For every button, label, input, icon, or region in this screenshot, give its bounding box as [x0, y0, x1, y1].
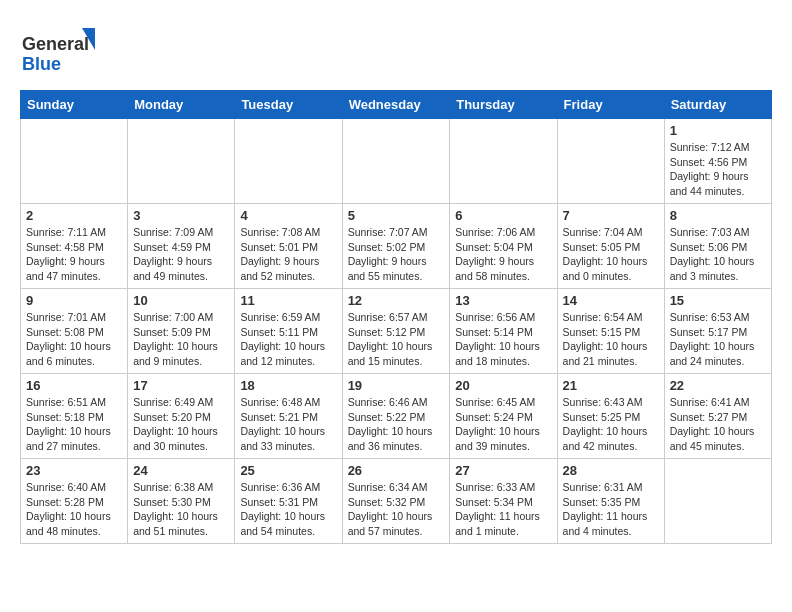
day-info: Sunrise: 6:43 AM Sunset: 5:25 PM Dayligh…: [563, 395, 659, 454]
calendar-table: SundayMondayTuesdayWednesdayThursdayFrid…: [20, 90, 772, 544]
calendar-header-row: SundayMondayTuesdayWednesdayThursdayFrid…: [21, 91, 772, 119]
day-info: Sunrise: 6:34 AM Sunset: 5:32 PM Dayligh…: [348, 480, 445, 539]
day-number: 7: [563, 208, 659, 223]
day-header-monday: Monday: [128, 91, 235, 119]
calendar-week-row: 23Sunrise: 6:40 AM Sunset: 5:28 PM Dayli…: [21, 459, 772, 544]
day-number: 20: [455, 378, 551, 393]
calendar-cell: 14Sunrise: 6:54 AM Sunset: 5:15 PM Dayli…: [557, 289, 664, 374]
day-info: Sunrise: 7:08 AM Sunset: 5:01 PM Dayligh…: [240, 225, 336, 284]
calendar-cell: 10Sunrise: 7:00 AM Sunset: 5:09 PM Dayli…: [128, 289, 235, 374]
day-number: 12: [348, 293, 445, 308]
calendar-cell: [21, 119, 128, 204]
day-number: 8: [670, 208, 766, 223]
day-number: 4: [240, 208, 336, 223]
day-info: Sunrise: 6:38 AM Sunset: 5:30 PM Dayligh…: [133, 480, 229, 539]
day-number: 17: [133, 378, 229, 393]
day-info: Sunrise: 7:09 AM Sunset: 4:59 PM Dayligh…: [133, 225, 229, 284]
day-info: Sunrise: 6:48 AM Sunset: 5:21 PM Dayligh…: [240, 395, 336, 454]
day-header-tuesday: Tuesday: [235, 91, 342, 119]
day-info: Sunrise: 6:31 AM Sunset: 5:35 PM Dayligh…: [563, 480, 659, 539]
day-info: Sunrise: 7:00 AM Sunset: 5:09 PM Dayligh…: [133, 310, 229, 369]
calendar-cell: 5Sunrise: 7:07 AM Sunset: 5:02 PM Daylig…: [342, 204, 450, 289]
logo-icon: General Blue: [20, 20, 100, 80]
day-number: 25: [240, 463, 336, 478]
calendar-cell: [557, 119, 664, 204]
day-info: Sunrise: 6:51 AM Sunset: 5:18 PM Dayligh…: [26, 395, 122, 454]
day-info: Sunrise: 7:06 AM Sunset: 5:04 PM Dayligh…: [455, 225, 551, 284]
day-number: 5: [348, 208, 445, 223]
day-number: 24: [133, 463, 229, 478]
calendar-cell: 17Sunrise: 6:49 AM Sunset: 5:20 PM Dayli…: [128, 374, 235, 459]
header: General Blue: [20, 20, 772, 80]
calendar-week-row: 16Sunrise: 6:51 AM Sunset: 5:18 PM Dayli…: [21, 374, 772, 459]
day-info: Sunrise: 6:36 AM Sunset: 5:31 PM Dayligh…: [240, 480, 336, 539]
day-info: Sunrise: 6:41 AM Sunset: 5:27 PM Dayligh…: [670, 395, 766, 454]
day-number: 3: [133, 208, 229, 223]
day-number: 13: [455, 293, 551, 308]
day-info: Sunrise: 6:56 AM Sunset: 5:14 PM Dayligh…: [455, 310, 551, 369]
day-number: 15: [670, 293, 766, 308]
day-info: Sunrise: 6:33 AM Sunset: 5:34 PM Dayligh…: [455, 480, 551, 539]
day-number: 10: [133, 293, 229, 308]
calendar-cell: 8Sunrise: 7:03 AM Sunset: 5:06 PM Daylig…: [664, 204, 771, 289]
day-number: 11: [240, 293, 336, 308]
day-info: Sunrise: 7:12 AM Sunset: 4:56 PM Dayligh…: [670, 140, 766, 199]
calendar-cell: 20Sunrise: 6:45 AM Sunset: 5:24 PM Dayli…: [450, 374, 557, 459]
day-info: Sunrise: 6:53 AM Sunset: 5:17 PM Dayligh…: [670, 310, 766, 369]
calendar-cell: 19Sunrise: 6:46 AM Sunset: 5:22 PM Dayli…: [342, 374, 450, 459]
day-info: Sunrise: 6:46 AM Sunset: 5:22 PM Dayligh…: [348, 395, 445, 454]
day-number: 18: [240, 378, 336, 393]
calendar-cell: 21Sunrise: 6:43 AM Sunset: 5:25 PM Dayli…: [557, 374, 664, 459]
calendar-cell: 18Sunrise: 6:48 AM Sunset: 5:21 PM Dayli…: [235, 374, 342, 459]
day-number: 2: [26, 208, 122, 223]
calendar-cell: 26Sunrise: 6:34 AM Sunset: 5:32 PM Dayli…: [342, 459, 450, 544]
svg-text:General: General: [22, 34, 89, 54]
calendar-cell: 7Sunrise: 7:04 AM Sunset: 5:05 PM Daylig…: [557, 204, 664, 289]
calendar-cell: 11Sunrise: 6:59 AM Sunset: 5:11 PM Dayli…: [235, 289, 342, 374]
calendar-cell: 22Sunrise: 6:41 AM Sunset: 5:27 PM Dayli…: [664, 374, 771, 459]
day-header-wednesday: Wednesday: [342, 91, 450, 119]
day-header-saturday: Saturday: [664, 91, 771, 119]
calendar-cell: 23Sunrise: 6:40 AM Sunset: 5:28 PM Dayli…: [21, 459, 128, 544]
calendar-cell: 1Sunrise: 7:12 AM Sunset: 4:56 PM Daylig…: [664, 119, 771, 204]
calendar-cell: 3Sunrise: 7:09 AM Sunset: 4:59 PM Daylig…: [128, 204, 235, 289]
day-number: 27: [455, 463, 551, 478]
calendar-week-row: 1Sunrise: 7:12 AM Sunset: 4:56 PM Daylig…: [21, 119, 772, 204]
calendar-cell: 9Sunrise: 7:01 AM Sunset: 5:08 PM Daylig…: [21, 289, 128, 374]
calendar-cell: 12Sunrise: 6:57 AM Sunset: 5:12 PM Dayli…: [342, 289, 450, 374]
day-number: 23: [26, 463, 122, 478]
day-info: Sunrise: 6:54 AM Sunset: 5:15 PM Dayligh…: [563, 310, 659, 369]
calendar-cell: 25Sunrise: 6:36 AM Sunset: 5:31 PM Dayli…: [235, 459, 342, 544]
day-number: 28: [563, 463, 659, 478]
day-info: Sunrise: 7:04 AM Sunset: 5:05 PM Dayligh…: [563, 225, 659, 284]
svg-text:Blue: Blue: [22, 54, 61, 74]
calendar-cell: [342, 119, 450, 204]
calendar-cell: [128, 119, 235, 204]
day-number: 16: [26, 378, 122, 393]
calendar-cell: 27Sunrise: 6:33 AM Sunset: 5:34 PM Dayli…: [450, 459, 557, 544]
calendar-cell: [450, 119, 557, 204]
day-header-thursday: Thursday: [450, 91, 557, 119]
day-header-sunday: Sunday: [21, 91, 128, 119]
calendar-week-row: 2Sunrise: 7:11 AM Sunset: 4:58 PM Daylig…: [21, 204, 772, 289]
calendar-cell: 28Sunrise: 6:31 AM Sunset: 5:35 PM Dayli…: [557, 459, 664, 544]
day-number: 21: [563, 378, 659, 393]
calendar-cell: 13Sunrise: 6:56 AM Sunset: 5:14 PM Dayli…: [450, 289, 557, 374]
day-number: 6: [455, 208, 551, 223]
day-header-friday: Friday: [557, 91, 664, 119]
day-number: 9: [26, 293, 122, 308]
calendar-week-row: 9Sunrise: 7:01 AM Sunset: 5:08 PM Daylig…: [21, 289, 772, 374]
day-info: Sunrise: 7:03 AM Sunset: 5:06 PM Dayligh…: [670, 225, 766, 284]
day-number: 22: [670, 378, 766, 393]
day-info: Sunrise: 6:49 AM Sunset: 5:20 PM Dayligh…: [133, 395, 229, 454]
day-info: Sunrise: 6:45 AM Sunset: 5:24 PM Dayligh…: [455, 395, 551, 454]
day-info: Sunrise: 6:57 AM Sunset: 5:12 PM Dayligh…: [348, 310, 445, 369]
day-info: Sunrise: 6:59 AM Sunset: 5:11 PM Dayligh…: [240, 310, 336, 369]
day-number: 19: [348, 378, 445, 393]
calendar-cell: 6Sunrise: 7:06 AM Sunset: 5:04 PM Daylig…: [450, 204, 557, 289]
day-info: Sunrise: 7:07 AM Sunset: 5:02 PM Dayligh…: [348, 225, 445, 284]
logo: General Blue: [20, 20, 100, 80]
day-number: 14: [563, 293, 659, 308]
day-number: 26: [348, 463, 445, 478]
calendar-cell: 24Sunrise: 6:38 AM Sunset: 5:30 PM Dayli…: [128, 459, 235, 544]
